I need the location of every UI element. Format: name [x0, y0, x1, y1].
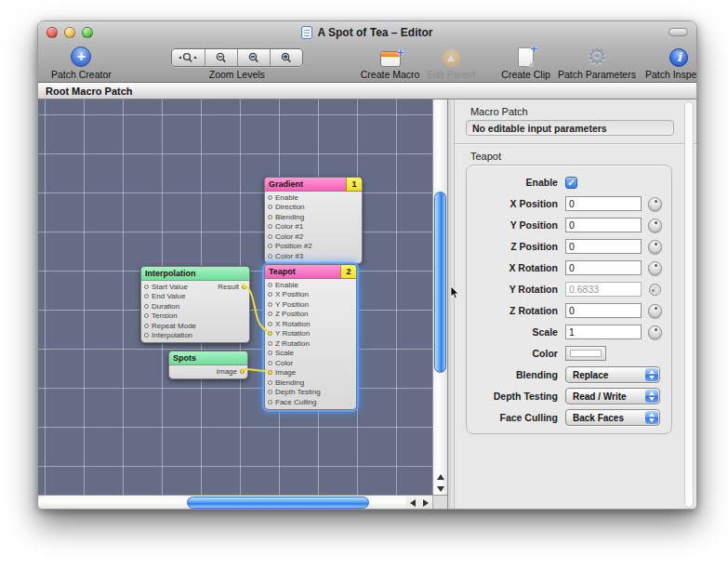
panel-separator [455, 143, 696, 145]
toolbar-label: Create Clip [501, 69, 550, 80]
toolbar-item-patch-creator[interactable]: + Patch Creator [51, 43, 112, 80]
patch-breadcrumb-bar[interactable]: Root Macro Patch [38, 83, 696, 99]
panel-scrollbar[interactable] [684, 101, 694, 508]
node-interpolation[interactable]: Interpolation Start ValueResultEnd Value… [140, 266, 250, 343]
toolbar-item-edit-parent[interactable]: Edit Parent [427, 43, 475, 80]
canvas-horizontal-scrollbar[interactable] [38, 496, 406, 510]
port-face-culling[interactable] [268, 400, 272, 404]
port-start-value[interactable] [144, 285, 149, 289]
port-label: End Value [152, 292, 185, 300]
port-repeat-mode[interactable] [144, 324, 149, 328]
port-duration[interactable] [144, 304, 149, 309]
scroll-left-button[interactable] [406, 496, 419, 510]
toolbar-label: Patch Parameters [558, 69, 636, 80]
port-y-position[interactable] [268, 302, 272, 307]
port-z-position[interactable] [268, 312, 272, 316]
close-button[interactable] [46, 27, 58, 38]
node-teapot[interactable]: Teapot 2 EnableX PositionY PositionZ Pos… [264, 264, 357, 410]
color-color-well[interactable] [565, 346, 606, 361]
port-label: Y Position [275, 300, 309, 309]
blending-popup[interactable]: Replace [565, 366, 660, 383]
port-row: Depth Testing [265, 388, 356, 398]
field-row-y-rotation: Y Rotation [472, 282, 666, 297]
zoom-actual-size-button[interactable] [172, 49, 205, 66]
toolbar-item-patch-inspector[interactable]: i Patch Inspector [645, 43, 697, 80]
port-color-3[interactable] [268, 254, 272, 258]
zoom-button[interactable] [82, 27, 93, 38]
port-image[interactable] [268, 370, 272, 375]
port-direction[interactable] [268, 205, 272, 209]
node-header[interactable]: Spots [169, 351, 247, 365]
parameters-panel: Macro Patch No editable input parameters… [455, 99, 696, 510]
toolbar-toggle-pill[interactable] [668, 28, 688, 36]
y-position-input[interactable] [565, 218, 642, 232]
y-rotation-knob[interactable] [649, 284, 661, 296]
scroll-up-button[interactable] [433, 471, 447, 483]
scale-knob[interactable] [648, 325, 662, 339]
port-color-1[interactable] [268, 224, 272, 229]
port-position-2[interactable] [268, 244, 272, 248]
scroll-down-button[interactable] [433, 483, 447, 495]
node-header[interactable]: Interpolation [141, 267, 249, 281]
port-blending[interactable] [268, 380, 272, 385]
node-gradient[interactable]: Gradient 1 EnableDirectionBlendingColor … [264, 177, 363, 264]
port-enable[interactable] [268, 283, 272, 287]
port-result[interactable] [242, 285, 246, 289]
port-label: Z Position [275, 310, 309, 318]
field-label: X Position [472, 198, 558, 209]
port-enable[interactable] [268, 195, 272, 200]
zoom-fit-button[interactable] [237, 49, 270, 66]
y-rotation-input[interactable] [565, 282, 642, 297]
vertical-scroll-thumb[interactable] [434, 192, 446, 373]
port-color-2[interactable] [268, 234, 272, 239]
z-rotation-input[interactable] [565, 303, 642, 318]
port-label: X Position [275, 290, 309, 298]
node-header[interactable]: Teapot 2 [265, 265, 356, 279]
port-blending[interactable] [268, 215, 272, 219]
horizontal-scroll-thumb[interactable] [187, 497, 369, 509]
macro-window-plus-icon: + [380, 51, 401, 67]
port-row: Tension [141, 312, 249, 322]
port-x-position[interactable] [268, 292, 272, 297]
port-y-rotation[interactable] [268, 331, 272, 336]
canvas-vertical-scrollbar[interactable] [432, 99, 447, 495]
port-depth-testing[interactable] [268, 390, 272, 394]
node-spots[interactable]: Spots Image [168, 351, 248, 379]
face-culling-popup[interactable]: Back Faces [565, 409, 660, 426]
patch-canvas[interactable]: Gradient 1 EnableDirectionBlendingColor … [38, 99, 432, 495]
toolbar-label: Create Macro [361, 69, 420, 80]
z-position-knob[interactable] [648, 240, 662, 254]
toolbar-item-create-clip[interactable]: + Create Clip [501, 43, 550, 80]
panel-divider[interactable] [447, 99, 455, 510]
title-bar[interactable]: A Spot of Tea – Editor [38, 21, 696, 43]
y-position-knob[interactable] [648, 219, 662, 232]
enable-checkbox[interactable]: ✓ [565, 177, 577, 189]
x-rotation-knob[interactable] [648, 261, 662, 275]
toolbar-item-create-macro[interactable]: + Create Macro [361, 43, 420, 80]
port-color[interactable] [268, 361, 272, 365]
scroll-right-button[interactable] [419, 496, 432, 510]
patch-breadcrumb: Root Macro Patch [46, 86, 133, 97]
zoom-in-button[interactable] [270, 49, 302, 66]
port-scale[interactable] [268, 351, 272, 355]
node-title: Gradient [269, 179, 303, 189]
node-header[interactable]: Gradient 1 [265, 178, 362, 192]
x-position-knob[interactable] [648, 197, 662, 211]
port-interpolation[interactable] [144, 333, 149, 338]
x-rotation-input[interactable] [565, 260, 642, 275]
port-row: Z Rotation [265, 338, 356, 349]
port-z-rotation[interactable] [268, 341, 272, 346]
scale-input[interactable] [565, 325, 642, 339]
zoom-out-button[interactable] [205, 49, 237, 66]
left-arrow-icon [410, 499, 416, 507]
port-tension[interactable] [144, 313, 149, 318]
z-rotation-knob[interactable] [648, 304, 662, 318]
x-position-input[interactable] [565, 196, 642, 211]
z-position-input[interactable] [565, 239, 642, 254]
port-x-rotation[interactable] [268, 322, 272, 326]
toolbar-item-patch-parameters[interactable]: ⚙ Patch Parameters [558, 43, 636, 80]
port-image[interactable] [240, 369, 245, 374]
depth-testing-popup[interactable]: Read / Write [565, 388, 660, 404]
minimize-button[interactable] [64, 27, 75, 38]
port-end-value[interactable] [144, 294, 149, 298]
